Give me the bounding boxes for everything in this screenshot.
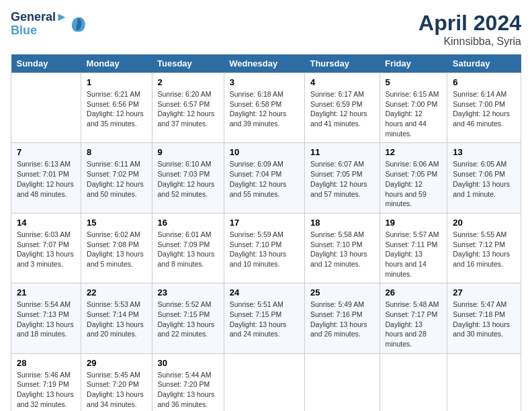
day-of-week-header: Thursday bbox=[304, 54, 380, 73]
day-number: 2 bbox=[158, 77, 218, 87]
day-info: Sunrise: 5:55 AMSunset: 7:12 PMDaylight:… bbox=[453, 230, 515, 269]
day-number: 22 bbox=[87, 287, 146, 298]
day-info: Sunrise: 5:48 AMSunset: 7:17 PMDaylight:… bbox=[386, 300, 442, 349]
calendar-cell: 15Sunrise: 6:02 AMSunset: 7:08 PMDayligh… bbox=[81, 213, 152, 283]
day-info: Sunrise: 6:10 AMSunset: 7:03 PMDaylight:… bbox=[158, 159, 218, 199]
day-number: 7 bbox=[17, 147, 75, 157]
day-number: 10 bbox=[230, 147, 299, 157]
day-number: 26 bbox=[386, 287, 442, 298]
day-info: Sunrise: 5:47 AMSunset: 7:18 PMDaylight:… bbox=[453, 300, 515, 339]
calendar-cell bbox=[447, 353, 521, 411]
calendar-cell: 26Sunrise: 5:48 AMSunset: 7:17 PMDayligh… bbox=[380, 283, 447, 353]
calendar-cell: 1Sunrise: 6:21 AMSunset: 6:56 PMDaylight… bbox=[81, 73, 152, 143]
calendar-cell: 20Sunrise: 5:55 AMSunset: 7:12 PMDayligh… bbox=[447, 213, 521, 283]
day-number: 5 bbox=[386, 77, 442, 87]
day-number: 15 bbox=[87, 218, 146, 228]
calendar-cell: 6Sunrise: 6:14 AMSunset: 7:00 PMDaylight… bbox=[447, 73, 521, 143]
calendar-cell: 19Sunrise: 5:57 AMSunset: 7:11 PMDayligh… bbox=[380, 213, 447, 283]
day-of-week-header: Monday bbox=[81, 54, 152, 73]
day-info: Sunrise: 6:03 AMSunset: 7:07 PMDaylight:… bbox=[17, 230, 75, 269]
day-info: Sunrise: 6:20 AMSunset: 6:57 PMDaylight:… bbox=[158, 89, 218, 129]
calendar-cell: 11Sunrise: 6:07 AMSunset: 7:05 PMDayligh… bbox=[304, 143, 380, 213]
day-of-week-header: Friday bbox=[380, 54, 447, 73]
day-info: Sunrise: 6:06 AMSunset: 7:05 PMDaylight:… bbox=[386, 159, 442, 208]
calendar-cell: 13Sunrise: 6:05 AMSunset: 7:06 PMDayligh… bbox=[447, 143, 521, 213]
calendar-cell: 30Sunrise: 5:44 AMSunset: 7:20 PMDayligh… bbox=[152, 353, 224, 411]
day-number: 12 bbox=[386, 147, 442, 157]
day-number: 29 bbox=[87, 358, 146, 368]
day-info: Sunrise: 6:15 AMSunset: 7:00 PMDaylight:… bbox=[386, 89, 442, 138]
calendar-cell bbox=[304, 353, 380, 411]
day-info: Sunrise: 5:45 AMSunset: 7:20 PMDaylight:… bbox=[87, 370, 146, 410]
day-info: Sunrise: 6:21 AMSunset: 6:56 PMDaylight:… bbox=[87, 89, 146, 129]
calendar-cell: 22Sunrise: 5:53 AMSunset: 7:14 PMDayligh… bbox=[81, 283, 152, 353]
calendar-cell: 27Sunrise: 5:47 AMSunset: 7:18 PMDayligh… bbox=[447, 283, 521, 353]
day-info: Sunrise: 6:02 AMSunset: 7:08 PMDaylight:… bbox=[87, 230, 146, 269]
calendar-cell: 10Sunrise: 6:09 AMSunset: 7:04 PMDayligh… bbox=[224, 143, 304, 213]
calendar-cell bbox=[224, 353, 304, 411]
day-number: 9 bbox=[158, 147, 218, 157]
day-number: 3 bbox=[230, 77, 299, 87]
calendar-cell bbox=[11, 73, 81, 143]
page-header: General► Blue April 2024 Kinnsibba, Syri… bbox=[11, 11, 521, 48]
logo: General► Blue bbox=[11, 11, 88, 38]
day-number: 25 bbox=[310, 287, 374, 298]
day-of-week-header: Saturday bbox=[447, 54, 521, 73]
day-number: 24 bbox=[230, 287, 299, 298]
day-info: Sunrise: 5:52 AMSunset: 7:15 PMDaylight:… bbox=[158, 300, 218, 339]
day-number: 16 bbox=[158, 218, 218, 228]
day-number: 30 bbox=[158, 358, 218, 368]
day-number: 4 bbox=[310, 77, 374, 87]
day-of-week-header: Sunday bbox=[11, 54, 81, 73]
day-info: Sunrise: 6:11 AMSunset: 7:02 PMDaylight:… bbox=[87, 159, 146, 199]
calendar-cell: 28Sunrise: 5:46 AMSunset: 7:19 PMDayligh… bbox=[11, 353, 81, 411]
day-of-week-header: Tuesday bbox=[152, 54, 224, 73]
calendar-title: April 2024 bbox=[418, 11, 521, 36]
calendar-cell: 17Sunrise: 5:59 AMSunset: 7:10 PMDayligh… bbox=[224, 213, 304, 283]
day-info: Sunrise: 5:58 AMSunset: 7:10 PMDaylight:… bbox=[310, 230, 374, 269]
calendar-cell: 12Sunrise: 6:06 AMSunset: 7:05 PMDayligh… bbox=[380, 143, 447, 213]
day-number: 27 bbox=[453, 287, 515, 298]
calendar-cell: 3Sunrise: 6:18 AMSunset: 6:58 PMDaylight… bbox=[224, 73, 304, 143]
day-info: Sunrise: 5:49 AMSunset: 7:16 PMDaylight:… bbox=[310, 300, 374, 339]
calendar-cell: 29Sunrise: 5:45 AMSunset: 7:20 PMDayligh… bbox=[81, 353, 152, 411]
day-number: 17 bbox=[230, 218, 299, 228]
day-info: Sunrise: 5:59 AMSunset: 7:10 PMDaylight:… bbox=[230, 230, 299, 269]
day-number: 20 bbox=[453, 218, 515, 228]
calendar-cell bbox=[380, 353, 447, 411]
day-info: Sunrise: 6:01 AMSunset: 7:09 PMDaylight:… bbox=[158, 230, 218, 269]
day-number: 13 bbox=[453, 147, 515, 157]
calendar-cell: 24Sunrise: 5:51 AMSunset: 7:15 PMDayligh… bbox=[224, 283, 304, 353]
calendar-cell: 16Sunrise: 6:01 AMSunset: 7:09 PMDayligh… bbox=[152, 213, 224, 283]
calendar-cell: 23Sunrise: 5:52 AMSunset: 7:15 PMDayligh… bbox=[152, 283, 224, 353]
day-info: Sunrise: 6:13 AMSunset: 7:01 PMDaylight:… bbox=[17, 159, 75, 199]
calendar-cell: 25Sunrise: 5:49 AMSunset: 7:16 PMDayligh… bbox=[304, 283, 380, 353]
calendar-cell: 4Sunrise: 6:17 AMSunset: 6:59 PMDaylight… bbox=[304, 73, 380, 143]
logo-text: General► Blue bbox=[11, 11, 68, 38]
day-number: 18 bbox=[310, 218, 374, 228]
calendar-cell: 14Sunrise: 6:03 AMSunset: 7:07 PMDayligh… bbox=[11, 213, 81, 283]
day-of-week-header: Wednesday bbox=[224, 54, 304, 73]
day-number: 19 bbox=[386, 218, 442, 228]
calendar-cell: 9Sunrise: 6:10 AMSunset: 7:03 PMDaylight… bbox=[152, 143, 224, 213]
calendar-table: SundayMondayTuesdayWednesdayThursdayFrid… bbox=[11, 54, 521, 411]
title-block: April 2024 Kinnsibba, Syria bbox=[418, 11, 521, 48]
day-info: Sunrise: 6:14 AMSunset: 7:00 PMDaylight:… bbox=[453, 89, 515, 129]
calendar-cell: 5Sunrise: 6:15 AMSunset: 7:00 PMDaylight… bbox=[380, 73, 447, 143]
calendar-cell: 18Sunrise: 5:58 AMSunset: 7:10 PMDayligh… bbox=[304, 213, 380, 283]
calendar-cell: 7Sunrise: 6:13 AMSunset: 7:01 PMDaylight… bbox=[11, 143, 81, 213]
calendar-cell: 2Sunrise: 6:20 AMSunset: 6:57 PMDaylight… bbox=[152, 73, 224, 143]
calendar-subtitle: Kinnsibba, Syria bbox=[418, 36, 521, 48]
day-number: 8 bbox=[87, 147, 146, 157]
day-info: Sunrise: 6:17 AMSunset: 6:59 PMDaylight:… bbox=[310, 89, 374, 129]
day-info: Sunrise: 6:05 AMSunset: 7:06 PMDaylight:… bbox=[453, 159, 515, 199]
day-number: 23 bbox=[158, 287, 218, 298]
day-number: 28 bbox=[17, 358, 75, 368]
day-info: Sunrise: 5:53 AMSunset: 7:14 PMDaylight:… bbox=[87, 300, 146, 339]
day-info: Sunrise: 5:57 AMSunset: 7:11 PMDaylight:… bbox=[386, 230, 442, 279]
day-number: 11 bbox=[310, 147, 374, 157]
day-info: Sunrise: 5:54 AMSunset: 7:13 PMDaylight:… bbox=[17, 300, 75, 339]
day-info: Sunrise: 5:46 AMSunset: 7:19 PMDaylight:… bbox=[17, 370, 75, 410]
day-info: Sunrise: 5:51 AMSunset: 7:15 PMDaylight:… bbox=[230, 300, 299, 339]
day-number: 21 bbox=[17, 287, 75, 298]
